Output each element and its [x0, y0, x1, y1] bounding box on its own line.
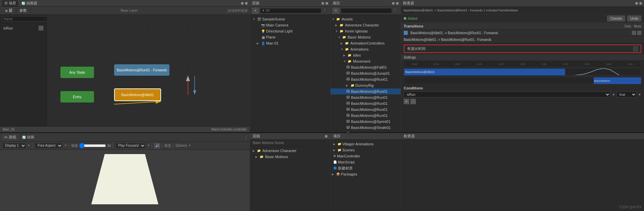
tab-animator[interactable]: 🔄 动画器 — [19, 0, 39, 6]
plane-label: Plane — [266, 35, 276, 39]
tab-scene[interactable]: 🎬 场景 — [2, 0, 18, 6]
isrun-param-item[interactable]: isRun — [2, 24, 45, 32]
aspect-select[interactable]: Free Aspect — [35, 143, 63, 149]
idles-label: Idles — [353, 53, 361, 57]
project-run01-5[interactable]: 🎞 BasicMotions@Run01 — [331, 113, 401, 119]
inspector-minimize[interactable] — [635, 2, 638, 5]
project-animations[interactable]: ▼ 📁 Animations — [331, 46, 401, 52]
hierarchy-title: 层级 — [252, 1, 259, 6]
tab-animation[interactable]: 🔄 动画 — [20, 134, 36, 141]
project-run01-3[interactable]: 🎞 BasicMotions@Run01 — [331, 100, 401, 107]
project-search[interactable] — [341, 8, 392, 13]
game-panel-menu[interactable]: ⋮ — [244, 136, 248, 139]
tick-110: 1:10 — [490, 63, 512, 66]
add-condition-btn[interactable]: + — [404, 99, 409, 104]
project-strafe01[interactable]: 🎞 BasicMotions@Strafe01 — [331, 125, 401, 131]
mute-checkbox[interactable] — [637, 31, 641, 35]
audio-btn[interactable]: 🔊 — [154, 143, 160, 148]
game-display-select[interactable]: Display 1 — [2, 143, 26, 149]
tree-item-man01[interactable]: ▶ 👤 Man 01 — [250, 40, 330, 46]
hierarchy-minimize[interactable] — [321, 2, 324, 5]
play-focused-select[interactable]: Play Focused — [115, 143, 146, 149]
remove-condition-btn[interactable]: - — [410, 99, 416, 104]
isrun-checkbox[interactable] — [39, 26, 43, 30]
project-minimize[interactable] — [392, 2, 395, 5]
exit-time-checkbox[interactable] — [633, 47, 638, 51]
footer-left: Man_01 — [3, 128, 15, 131]
layers-tab[interactable]: ≡ 层 — [2, 8, 16, 13]
idle-bar: BasicMotions@Idle01 — [404, 69, 565, 75]
project-animcontrollers[interactable]: ▶ 📁 AnimationControllers — [331, 40, 401, 46]
isrun-label: isRun — [3, 26, 13, 30]
project-fall01[interactable]: 🎞 BasicMotions@Fall01 — [331, 64, 401, 70]
project-sprint01[interactable]: 🎞 BasicMotions@Sprint01 — [331, 119, 401, 125]
adventure-icon: 📁 — [340, 23, 343, 27]
condition-name-select[interactable]: isRun — [404, 91, 610, 97]
project-adventure[interactable]: ▶ 📁 Adventure Character — [331, 22, 401, 28]
project-run01-2[interactable]: 🎞 BasicMotions@Run01 — [331, 94, 401, 100]
hierarchy-maximize[interactable] — [326, 2, 328, 5]
game-panel: 🎮 游戏 🔄 动画 ⋮ Display 1 ▼ Free Aspect ▼ 缩放 — [0, 133, 250, 211]
project-idles[interactable]: ▶ 📁 Idles — [331, 52, 401, 58]
project-run01[interactable]: 🎞 BasicMotions@Run01 — [331, 76, 401, 82]
bottom-villager[interactable]: ▶ 📁 Villager Animations — [331, 141, 401, 147]
scale-slider[interactable] — [79, 144, 106, 148]
solo-mute-labels: Solo Mute — [625, 24, 641, 28]
bottom-manscript[interactable]: 📄 ManScript — [331, 159, 401, 165]
separator-2 — [69, 143, 69, 148]
tree-item-dirlight[interactable]: 💡 Directional Light — [250, 28, 330, 34]
hierarchy-menu-btn[interactable]: ⋮ — [323, 8, 328, 13]
scene-info-row: Basic Motions Scene — [250, 140, 330, 146]
project-dummyrig[interactable]: ▶ 📁 DummyRig — [331, 82, 401, 88]
hierarchy-search[interactable] — [260, 8, 321, 13]
hierbottom-min[interactable] — [325, 135, 328, 138]
bottom-basicmotions[interactable]: ▶ 📁 Basic Motions — [250, 154, 330, 160]
project-basicmotions[interactable]: ▼ 📁 Basic Motions — [331, 34, 401, 40]
bottom-packages[interactable]: ▶ 📦 Packages — [331, 171, 401, 177]
movement-icon: 📁 — [348, 60, 351, 63]
param-search-input[interactable] — [2, 16, 48, 21]
solo-checkbox[interactable] — [632, 31, 636, 35]
minimize-btn[interactable] — [241, 2, 244, 5]
main-transition-title: BasicMotions@Idle01 -> BasicMotions@Run0… — [401, 36, 644, 43]
params-tab[interactable]: 参数 — [16, 8, 31, 13]
undo-btn[interactable]: Undo — [627, 15, 641, 21]
tree-item-maincamera[interactable]: 📷 Main Camera — [250, 22, 330, 28]
tree-item-samplescene[interactable]: ▼ 🎬 SampleScene — [250, 16, 330, 22]
project-assets[interactable]: ▼ 📁 Assets — [331, 16, 401, 22]
maximize-btn[interactable] — [245, 2, 248, 5]
project-movement[interactable]: ▼ 📁 Movement — [331, 58, 401, 64]
bottom-adv-label: Adventure Character — [262, 149, 297, 153]
entry-node[interactable]: Entry — [60, 91, 94, 102]
state-machine-canvas[interactable]: Any State Entry BasicMotions@Idle01 Basi… — [47, 15, 250, 126]
bottom-bm-icon: 📁 — [260, 155, 263, 158]
scenes-icon: 📁 — [338, 148, 341, 152]
manscript-label: ManScript — [338, 160, 355, 164]
transition-item[interactable]: BasicMotions@Idle01 -> BasicMotions@Run0… — [401, 30, 644, 36]
bottom-adventure[interactable]: ▶ 📁 Adventure Character — [250, 148, 330, 154]
hierarchy-add-btn[interactable]: + — [252, 8, 259, 14]
animations-label: Animations — [350, 47, 368, 51]
condition-value-select[interactable]: true — [616, 91, 637, 97]
bottom-newmaterial[interactable]: 🔵 新建材质 — [331, 165, 401, 171]
checkin-btn[interactable]: Checkin — [607, 15, 625, 21]
project-run01-4[interactable]: 🎞 BasicMotions@Run01 — [331, 107, 401, 113]
any-state-node[interactable]: Any State — [60, 67, 94, 78]
idle-state-node[interactable]: BasicMotions@Idle01 — [114, 88, 161, 101]
run-state-node[interactable]: BasicMotions@Run01 - Forwards — [114, 64, 169, 76]
project-kevin[interactable]: ▼ 📁 Kevin Iglesias — [331, 28, 401, 34]
bottom-mancontroller[interactable]: ⚙ ManController — [331, 153, 401, 159]
tab-game[interactable]: 🎮 游戏 — [2, 134, 18, 141]
project-add-btn[interactable]: + — [333, 8, 339, 14]
project-jump01[interactable]: 🎞 BasicMotions@Jump01 — [331, 70, 401, 76]
inspector-breadcrumb-text: BasicMotions@Idle01 -> BasicMotions@Run0… — [404, 9, 641, 12]
project-maximize[interactable] — [396, 2, 399, 5]
project-menu-btn[interactable]: ⋮ — [393, 8, 399, 13]
tick-220: 2:20 — [577, 63, 598, 66]
inspector-maximize[interactable] — [639, 2, 642, 5]
bottom-scenes[interactable]: ▶ 📁 Scenes — [331, 147, 401, 153]
tree-item-plane[interactable]: ▦ Plane — [250, 34, 330, 40]
project-run01-selected[interactable]: 🎞 BasicMotions@Run01 — [331, 88, 401, 94]
params-sidebar: + isRun — [0, 15, 47, 126]
separator-1 — [32, 143, 33, 148]
